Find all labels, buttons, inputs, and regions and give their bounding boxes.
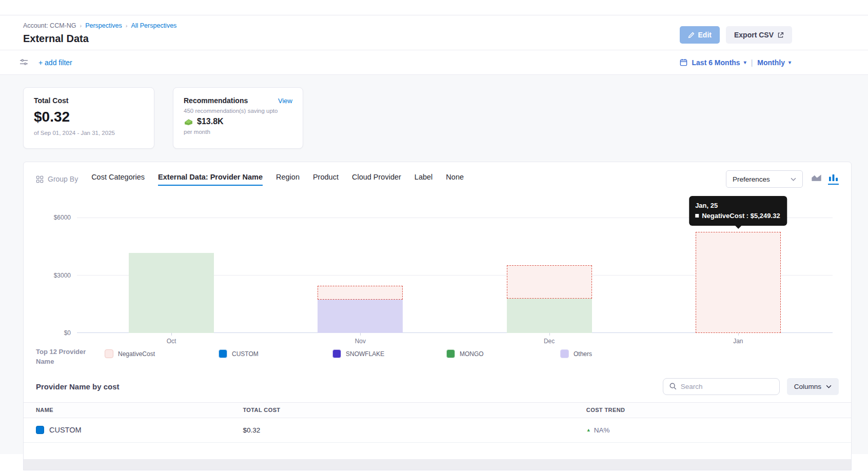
table-row[interactable]: CUSTOM $0.32 ▲ NA% bbox=[24, 418, 851, 443]
chevron-down-icon: ▾ bbox=[788, 60, 791, 65]
row-cost-trend: NA% bbox=[594, 426, 610, 434]
bar-chart-icon[interactable] bbox=[828, 173, 839, 185]
tab-cloud-provider[interactable]: Cloud Provider bbox=[352, 173, 401, 186]
row-provider-name: CUSTOM bbox=[49, 426, 82, 434]
bar-segment-negativecost-jan[interactable] bbox=[696, 232, 781, 333]
total-cost-label: Total Cost bbox=[34, 96, 144, 105]
provider-table: NAME TOTAL COST COST TREND CUSTOM $0.32 … bbox=[24, 402, 851, 443]
legend-item-others[interactable]: Others bbox=[560, 349, 674, 358]
add-filter-button[interactable]: + add filter bbox=[38, 58, 72, 67]
filter-bar: + add filter Last 6 Months ▾ | Monthly ▾ bbox=[0, 50, 868, 75]
breadcrumb-all-perspectives[interactable]: All Perspectives bbox=[131, 22, 176, 29]
legend-swatch bbox=[560, 349, 569, 358]
tab-label[interactable]: Label bbox=[415, 173, 432, 186]
breadcrumb-perspectives[interactable]: Perspectives bbox=[85, 22, 122, 29]
column-header-total-cost[interactable]: TOTAL COST bbox=[243, 407, 586, 413]
table-title: Provider Name by cost bbox=[36, 382, 120, 391]
recommendations-label: Recommendations bbox=[184, 96, 248, 105]
table-header-row: NAME TOTAL COST COST TREND bbox=[24, 402, 851, 418]
total-cost-period: of Sep 01, 2024 - Jan 31, 2025 bbox=[34, 130, 144, 136]
perspective-panel: Group By Cost Categories External Data: … bbox=[23, 162, 852, 470]
search-input[interactable] bbox=[681, 383, 773, 390]
recommendations-per-month: per month bbox=[184, 129, 292, 135]
total-cost-card: Total Cost $0.32 of Sep 01, 2024 - Jan 3… bbox=[23, 87, 154, 149]
external-link-icon bbox=[777, 32, 784, 38]
main-content: Total Cost $0.32 of Sep 01, 2024 - Jan 3… bbox=[0, 75, 868, 454]
chart-legend: Top 12 Provider Name NegativeCost CUSTOM… bbox=[24, 347, 851, 367]
money-icon bbox=[184, 118, 193, 126]
divider: | bbox=[751, 58, 753, 67]
column-header-name[interactable]: NAME bbox=[24, 407, 243, 413]
cost-chart: $0 $3000 $6000 OctNovDecJan Jan, 25 Nega… bbox=[77, 218, 833, 333]
page-header: Account: CCM-NG › Perspectives › All Per… bbox=[0, 15, 868, 50]
search-icon bbox=[669, 383, 677, 390]
granularity-picker[interactable]: Monthly ▾ bbox=[757, 58, 791, 67]
tab-cost-categories[interactable]: Cost Categories bbox=[91, 173, 145, 186]
bar-segment-mongo-dec[interactable] bbox=[507, 299, 592, 333]
grid-icon bbox=[36, 175, 44, 183]
total-cost-value: $0.32 bbox=[34, 109, 144, 125]
group-by-label: Group By bbox=[48, 175, 78, 183]
legend-title: Top 12 Provider Name bbox=[36, 347, 97, 367]
x-axis-label: Oct bbox=[167, 338, 176, 345]
tab-product[interactable]: Product bbox=[313, 173, 339, 186]
columns-button[interactable]: Columns bbox=[787, 378, 839, 395]
legend-item-snowflake[interactable]: SNOWFLAKE bbox=[332, 349, 446, 358]
y-axis-tick: $6000 bbox=[54, 214, 71, 221]
bar-segment-mongo-oct[interactable] bbox=[129, 253, 214, 333]
edit-button[interactable]: Edit bbox=[680, 26, 720, 44]
tooltip-series-swatch bbox=[695, 214, 699, 218]
bar-segment-negativecost-nov[interactable] bbox=[318, 286, 403, 300]
bar-segment-snowflake-nov[interactable] bbox=[318, 300, 403, 333]
table-toolbar: Provider Name by cost Columns bbox=[24, 378, 851, 402]
search-box[interactable] bbox=[663, 378, 780, 395]
legend-swatch bbox=[105, 349, 113, 358]
trend-up-icon: ▲ bbox=[586, 427, 591, 432]
recommendations-subtext: 450 recommendation(s) saving upto bbox=[184, 108, 292, 114]
recommendations-view-link[interactable]: View bbox=[278, 97, 292, 105]
breadcrumb-separator: › bbox=[80, 23, 82, 29]
chart-tooltip: Jan, 25 NegativeCost : $5,249.32 bbox=[689, 196, 787, 226]
tooltip-value: NegativeCost : $5,249.32 bbox=[702, 211, 780, 221]
breadcrumb-separator: › bbox=[126, 23, 128, 29]
breadcrumb-account: Account: CCM-NG bbox=[23, 22, 76, 29]
x-axis-label: Jan bbox=[733, 338, 743, 345]
chart-plot: OctNovDecJan bbox=[77, 218, 833, 333]
x-axis-tick bbox=[738, 333, 739, 336]
y-axis-tick: $3000 bbox=[54, 272, 71, 279]
tab-region[interactable]: Region bbox=[276, 173, 300, 186]
bar-segment-negativecost-dec[interactable] bbox=[507, 265, 592, 299]
preferences-dropdown[interactable]: Preferences bbox=[726, 170, 803, 188]
legend-swatch bbox=[446, 349, 455, 358]
breadcrumb: Account: CCM-NG › Perspectives › All Per… bbox=[23, 22, 176, 29]
date-range-picker[interactable]: Last 6 Months ▾ bbox=[692, 58, 746, 67]
x-axis-tick bbox=[171, 333, 172, 336]
filter-sliders-icon[interactable] bbox=[19, 58, 28, 66]
tab-external-data-provider-name[interactable]: External Data: Provider Name bbox=[158, 173, 263, 186]
tab-none[interactable]: None bbox=[446, 173, 464, 186]
legend-item-custom[interactable]: CUSTOM bbox=[219, 349, 332, 358]
tooltip-arrow bbox=[735, 225, 742, 229]
series-color-swatch bbox=[36, 426, 44, 434]
area-chart-icon[interactable] bbox=[811, 173, 822, 184]
legend-swatch bbox=[332, 349, 341, 358]
export-csv-button[interactable]: Export CSV bbox=[726, 26, 792, 44]
chevron-down-icon bbox=[791, 178, 796, 181]
legend-item-negativecost[interactable]: NegativeCost bbox=[105, 349, 219, 358]
recommendations-amount: $13.8K bbox=[197, 117, 224, 126]
y-axis-tick: $0 bbox=[64, 329, 71, 337]
x-axis-tick bbox=[549, 333, 550, 336]
column-header-cost-trend[interactable]: COST TREND bbox=[586, 407, 851, 413]
x-axis-label: Nov bbox=[355, 338, 366, 345]
row-total-cost: $0.32 bbox=[243, 426, 586, 434]
top-border bbox=[0, 0, 868, 15]
table-row-partial bbox=[24, 459, 851, 470]
legend-swatch bbox=[219, 349, 227, 358]
recommendations-card: Recommendations View 450 recommendation(… bbox=[173, 87, 303, 149]
tooltip-title: Jan, 25 bbox=[695, 201, 780, 211]
chevron-down-icon: ▾ bbox=[744, 60, 746, 65]
chevron-down-icon bbox=[826, 385, 832, 388]
legend-item-mongo[interactable]: MONGO bbox=[446, 349, 560, 358]
calendar-icon bbox=[680, 58, 687, 66]
x-axis-tick bbox=[360, 333, 361, 336]
